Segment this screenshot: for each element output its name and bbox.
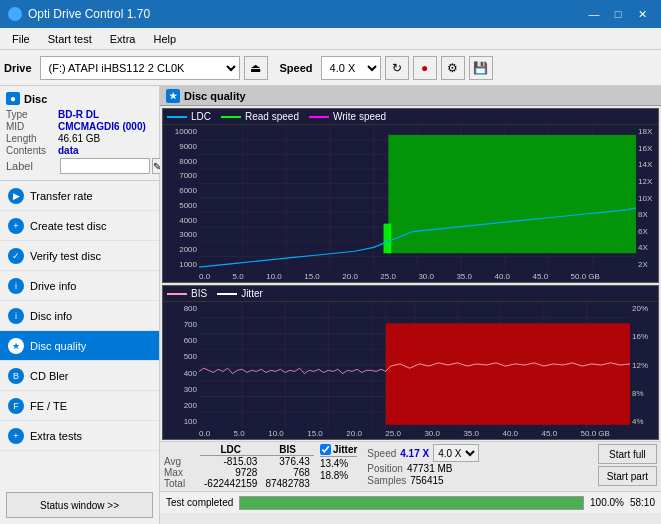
progress-percent: 100.0% [590,497,624,508]
stats-table: LDC BIS Avg -815.03 376.43 Max 9728 768 … [164,444,314,489]
sidebar-item-cd-bler[interactable]: B CD Bler [0,361,159,391]
bottom-chart-svg [199,302,630,428]
content-area: ★ Disc quality LDC Read speed Write spee… [160,86,661,524]
minimize-button[interactable]: — [583,5,605,23]
position-label: Position [367,463,403,474]
progress-bar-outer [239,496,584,510]
menu-extra[interactable]: Extra [102,28,144,49]
speed-stat-label: Speed [367,448,396,459]
sidebar-item-disc-info[interactable]: i Disc info [0,301,159,331]
sidebar-item-label: Extra tests [30,430,82,442]
menu-help[interactable]: Help [145,28,184,49]
start-full-button[interactable]: Start full [598,444,657,464]
sidebar-item-disc-quality[interactable]: ★ Disc quality [0,331,159,361]
top-chart: LDC Read speed Write speed 1000090008000… [162,108,659,283]
sidebar-item-label: Disc quality [30,340,86,352]
svg-rect-37 [386,323,630,424]
jitter-stats: Jitter 13.4% 18.8% [320,444,357,481]
bottom-status-bar: Test completed 100.0% 58:10 [160,491,661,513]
legend-read-speed: Read speed [221,111,299,122]
status-text: Test completed [166,497,233,508]
main-area: ● Disc Type BD-R DL MID CMCMAGDI6 (000) … [0,86,661,524]
bottom-chart: BIS Jitter 800700600500400300200100 [162,285,659,440]
speed-stats: Speed 4.17 X 4.0 X Position 47731 MB Sam… [367,444,479,486]
drive-info-icon: i [8,278,24,294]
bis-col-header: BIS [261,444,314,456]
svg-rect-19 [384,224,392,254]
position-value: 47731 MB [407,463,453,474]
legend-bis: BIS [167,288,207,299]
sidebar-item-extra-tests[interactable]: + Extra tests [0,421,159,451]
top-chart-body: 1000090008000700060005000400030002000100… [163,125,658,271]
sidebar-item-label: Drive info [30,280,76,292]
jitter-header: Jitter [333,444,357,455]
legend-jitter: Jitter [217,288,263,299]
disc-quality-title-icon: ★ [166,89,180,103]
sidebar-item-label: Create test disc [30,220,106,232]
app-icon [8,7,22,21]
top-x-axis: 0.05.010.015.020.025.030.035.040.045.050… [163,271,658,282]
stats-area: LDC BIS Avg -815.03 376.43 Max 9728 768 … [160,441,661,491]
start-part-button[interactable]: Start part [598,466,657,486]
maximize-button[interactable]: □ [607,5,629,23]
top-chart-legend: LDC Read speed Write speed [163,109,658,125]
ldc-max: 9728 [200,467,261,478]
speed-stat-value: 4.17 X [400,448,429,459]
status-window-button[interactable]: Status window >> [6,492,153,518]
verify-test-icon: ✓ [8,248,24,264]
ldc-avg: -815.03 [200,456,261,468]
drive-label: Drive [4,62,32,74]
disc-quality-icon: ★ [8,338,24,354]
drive-select[interactable]: (F:) ATAPI iHBS112 2 CL0K [40,56,240,80]
top-y-axis-left: 1000090008000700060005000400030002000100… [163,125,199,271]
ldc-col-header: LDC [200,444,261,456]
disc-label-row: Label ✎ [6,158,153,174]
sidebar-item-label: Transfer rate [30,190,93,202]
speed-select[interactable]: 4.0 X 1.0 X 2.0 X 8.0 X [321,56,381,80]
disc-header: ● Disc [6,92,153,105]
toolbar: Drive (F:) ATAPI iHBS112 2 CL0K ⏏ Speed … [0,50,661,86]
save-button[interactable]: 💾 [469,56,493,80]
sidebar-item-label: CD Bler [30,370,69,382]
window-controls: — □ ✕ [583,5,653,23]
cd-bler-icon: B [8,368,24,384]
top-chart-svg-area [199,125,636,271]
extra-tests-icon: + [8,428,24,444]
close-button[interactable]: ✕ [631,5,653,23]
eject-button[interactable]: ⏏ [244,56,268,80]
fe-te-icon: F [8,398,24,414]
sidebar-item-verify-test-disc[interactable]: ✓ Verify test disc [0,241,159,271]
app-title: Opti Drive Control 1.70 [28,7,150,21]
create-test-icon: + [8,218,24,234]
disc-label-input[interactable] [60,158,150,174]
samples-value: 756415 [410,475,443,486]
disc-type-row: Type BD-R DL [6,109,153,120]
top-chart-svg [199,125,636,271]
sidebar-item-label: Verify test disc [30,250,101,262]
sidebar-item-drive-info[interactable]: i Drive info [0,271,159,301]
settings-button[interactable]: ⚙ [441,56,465,80]
top-y-axis-right: 18X16X14X12X10X8X6X4X2X [636,125,658,271]
transfer-rate-icon: ▶ [8,188,24,204]
speed-stat-select[interactable]: 4.0 X [433,444,479,462]
bottom-chart-body: 800700600500400300200100 [163,302,658,428]
menu-start-test[interactable]: Start test [40,28,100,49]
sidebar-item-fe-te[interactable]: F FE / TE [0,391,159,421]
speed-label: Speed [280,62,313,74]
sidebar-item-label: FE / TE [30,400,67,412]
progress-bar-inner [240,497,583,509]
sidebar-item-create-test-disc[interactable]: + Create test disc [0,211,159,241]
burn-button[interactable]: ● [413,56,437,80]
disc-length-row: Length 46.61 GB [6,133,153,144]
bottom-chart-svg-area [199,302,630,428]
jitter-checkbox[interactable] [320,444,331,455]
menu-file[interactable]: File [4,28,38,49]
refresh-button[interactable]: ↻ [385,56,409,80]
sidebar-item-label: Disc info [30,310,72,322]
sidebar-item-transfer-rate[interactable]: ▶ Transfer rate [0,181,159,211]
bis-avg: 376.43 [261,456,314,468]
disc-icon: ● [6,92,20,105]
bottom-y-axis-left: 800700600500400300200100 [163,302,199,428]
time-value: 58:10 [630,497,655,508]
ldc-total: -622442159 [200,478,261,489]
